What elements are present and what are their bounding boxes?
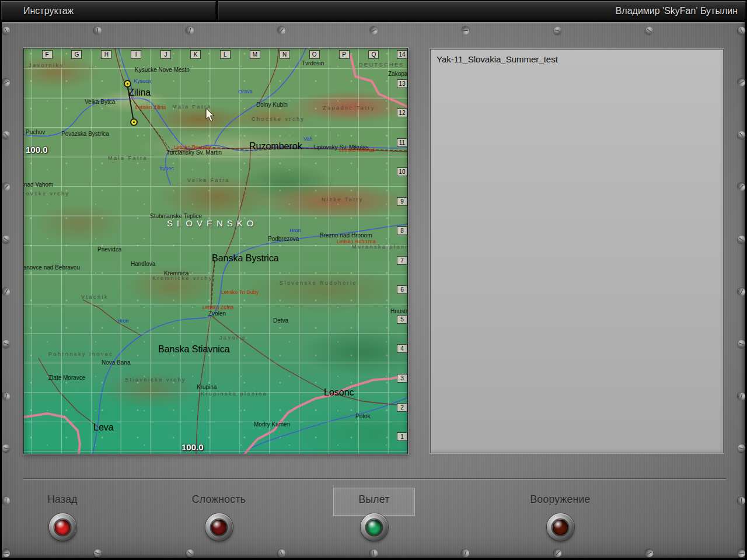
rivet-screw	[94, 26, 102, 34]
map-label-city: Velka Bytca	[85, 99, 115, 105]
back-button[interactable]	[49, 513, 76, 541]
footer-button-group-difficulty: Сложность	[169, 489, 268, 541]
rivet-screw	[93, 548, 102, 558]
map-label-region: Mala Fatra	[172, 104, 212, 110]
rivet-screw	[1, 78, 11, 88]
map-label-airfield: Letisko Mokrad	[339, 148, 375, 153]
map-label-city: Banovce nad Bebravou	[23, 265, 80, 271]
map-label-region: Krupinska planina	[201, 391, 267, 397]
map-label-region: Muranska planina	[352, 244, 408, 250]
grid-row-label: 6	[397, 285, 407, 294]
rivet-screw	[1, 130, 11, 140]
grid-column-label: O	[309, 50, 320, 59]
map-label-city-lg: Banska Bystrica	[212, 254, 279, 263]
footer-button-group-fly: Вылет	[324, 489, 424, 541]
mission-title: Yak-11_Slovakia_Summer_test	[431, 50, 723, 69]
map-label-region: Nizke Tatry	[322, 197, 364, 202]
rivet-screw	[736, 182, 746, 192]
map-label-city: Puchov	[26, 130, 45, 135]
grid-column-label: Q	[368, 50, 379, 59]
map-label-city: Kysucke Nove Mesto	[135, 67, 190, 73]
back-button-lens	[55, 519, 71, 535]
grid-column-label: N	[280, 50, 290, 59]
grid-column-label: J	[160, 50, 171, 59]
grid-row-label: 10	[397, 167, 407, 176]
rivet-screw	[368, 25, 378, 35]
map-label-city: Zvolen	[208, 311, 226, 317]
rivet-screw	[736, 130, 746, 140]
map-label-city: Potok	[355, 414, 371, 419]
grid-column-label: M	[250, 50, 260, 59]
difficulty-label: Сложность	[169, 494, 268, 506]
map-label-city: nad Vahom	[24, 182, 53, 188]
map-label-city: Nova Bana	[102, 360, 130, 366]
rivet-screw	[1, 339, 11, 349]
briefing-map[interactable]: JavornikyKysucke Nove MestoKysucaTvrdosi…	[23, 48, 408, 454]
map-scale-left: 100.0	[26, 145, 48, 155]
map-label-city: Stubnianske Teplice	[150, 214, 202, 219]
grid-row-label: 1	[397, 432, 407, 441]
map-label-region: Zapadne Tatry	[323, 106, 375, 111]
grid-row-label: 13	[397, 79, 407, 88]
rivet-screw	[276, 25, 287, 36]
footer-button-group-back: Назад	[13, 489, 112, 541]
grid-row-label: 12	[397, 108, 407, 117]
rivet-screw	[2, 549, 10, 557]
rivet-screw	[2, 444, 11, 453]
map-label-region: Chocske vrchy	[252, 117, 305, 122]
map-label-city: Turciansky Sv. Martin	[166, 150, 222, 156]
grid-column-label: I	[131, 50, 141, 59]
back-label: Назад	[13, 494, 112, 506]
map-label-city: Liptovsky Sv. Mikulas	[313, 145, 369, 150]
map-label-city: Zlate Moravce	[48, 375, 85, 381]
rivet-screw	[2, 497, 10, 505]
screen-title-plate: Инструктаж	[1, 1, 216, 20]
map-label-region: Velka Fatra	[187, 178, 230, 183]
briefing-text-panel[interactable]: Yak-11_Slovakia_Summer_test	[430, 49, 724, 453]
arming-button[interactable]	[547, 513, 574, 541]
map-label-region: Strazovske vrchy	[23, 191, 70, 197]
map-label-river: Turiec	[159, 166, 174, 172]
footer-divider	[23, 478, 726, 479]
grid-row-label: 2	[397, 403, 407, 412]
rivet-screw	[277, 548, 287, 558]
map-label-region: Stiavnicke vrchy	[125, 377, 186, 383]
fly-button[interactable]	[361, 513, 388, 541]
rivet-screw	[737, 444, 746, 453]
map-label-river: Kysuca	[134, 79, 151, 84]
difficulty-button[interactable]	[205, 513, 233, 541]
map-label-region: Mala Fatra	[108, 156, 148, 161]
difficulty-button-lens	[211, 519, 227, 535]
map-label-city: Prievidza	[97, 247, 121, 253]
map-label-city: Krupina	[197, 384, 217, 390]
grid-row-label: 8	[397, 226, 407, 235]
map-label-region: Pohronsky Inovec	[48, 352, 114, 357]
waypoint-marker[interactable]	[124, 80, 131, 88]
grid-row-label: 7	[397, 256, 407, 265]
rivet-screw	[736, 391, 746, 401]
map-label-country: SLOVENSKO	[167, 219, 258, 228]
grid-row-label: 4	[397, 344, 407, 353]
waypoint-marker[interactable]	[130, 118, 138, 126]
map-label-airfield: Letisko Rohozna	[337, 239, 376, 244]
map-label-river: Vah	[303, 136, 312, 142]
arming-label: Вооружение	[511, 494, 610, 506]
map-label-region: Slovenske Rudohorie	[280, 281, 357, 286]
rivet-screw	[644, 25, 654, 36]
rivet-screw	[1, 286, 11, 297]
rivet-screw	[460, 548, 470, 558]
map-label-city: Zakopane	[388, 71, 408, 77]
map-label-city-lg: Zilina	[128, 88, 151, 97]
map-label-city: Povazska Bystrica	[61, 131, 109, 137]
top-bar: Инструктаж Владимир 'SkyFan' Бутылин	[0, 0, 747, 22]
rivet-screw	[185, 26, 195, 36]
map-label-city-lg: Losonc	[324, 388, 354, 397]
footer-button-group-arming: Вооружение	[511, 489, 610, 541]
map-label-region: Vtacnik	[81, 295, 109, 300]
map-label-city: Handlova	[131, 261, 155, 267]
grid-row-label: 11	[397, 138, 407, 147]
arming-button-lens	[553, 519, 568, 535]
map-label-city: Podbrezova	[268, 236, 299, 242]
rivet-screw	[1, 234, 11, 244]
grid-row-label: 3	[397, 374, 407, 383]
